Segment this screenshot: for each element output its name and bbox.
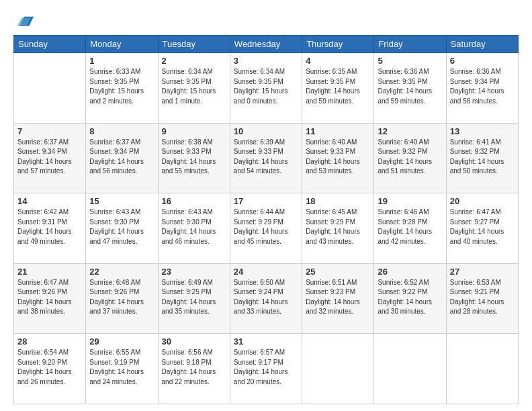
day-number: 1 (89, 56, 154, 66)
week-row-2: 14Sunrise: 6:42 AM Sunset: 9:31 PM Dayli… (14, 193, 519, 264)
calendar-cell: 10Sunrise: 6:39 AM Sunset: 9:33 PM Dayli… (230, 123, 302, 193)
day-info: Sunrise: 6:47 AM Sunset: 9:27 PM Dayligh… (450, 208, 515, 246)
day-info: Sunrise: 6:45 AM Sunset: 9:29 PM Dayligh… (306, 208, 370, 246)
col-header-wednesday: Wednesday (230, 36, 302, 53)
day-info: Sunrise: 6:40 AM Sunset: 9:33 PM Dayligh… (306, 138, 370, 177)
day-info: Sunrise: 6:50 AM Sunset: 9:24 PM Dayligh… (234, 278, 298, 317)
day-number: 13 (450, 126, 515, 136)
col-header-sunday: Sunday (14, 36, 86, 53)
day-number: 11 (306, 126, 370, 136)
calendar-cell: 9Sunrise: 6:38 AM Sunset: 9:33 PM Daylig… (158, 123, 230, 193)
day-info: Sunrise: 6:41 AM Sunset: 9:32 PM Dayligh… (450, 138, 515, 177)
calendar-cell: 22Sunrise: 6:48 AM Sunset: 9:26 PM Dayli… (86, 263, 158, 334)
day-number: 17 (234, 196, 298, 206)
calendar-cell: 14Sunrise: 6:42 AM Sunset: 9:31 PM Dayli… (14, 193, 86, 264)
calendar-cell: 3Sunrise: 6:34 AM Sunset: 9:35 PM Daylig… (230, 53, 302, 124)
day-info: Sunrise: 6:35 AM Sunset: 9:35 PM Dayligh… (306, 67, 370, 106)
day-info: Sunrise: 6:34 AM Sunset: 9:35 PM Dayligh… (162, 67, 226, 106)
week-row-1: 7Sunrise: 6:37 AM Sunset: 9:34 PM Daylig… (14, 123, 519, 193)
day-info: Sunrise: 6:39 AM Sunset: 9:33 PM Dayligh… (234, 138, 298, 177)
calendar-cell: 7Sunrise: 6:37 AM Sunset: 9:34 PM Daylig… (14, 123, 86, 193)
day-number: 21 (17, 267, 82, 277)
day-number: 28 (17, 336, 82, 347)
calendar-cell: 19Sunrise: 6:46 AM Sunset: 9:28 PM Dayli… (374, 193, 446, 264)
day-number: 2 (162, 56, 226, 66)
day-info: Sunrise: 6:47 AM Sunset: 9:26 PM Dayligh… (17, 278, 82, 317)
day-number: 9 (162, 126, 226, 136)
day-info: Sunrise: 6:57 AM Sunset: 9:17 PM Dayligh… (234, 348, 298, 387)
day-info: Sunrise: 6:54 AM Sunset: 9:20 PM Dayligh… (17, 348, 82, 387)
day-info: Sunrise: 6:42 AM Sunset: 9:31 PM Dayligh… (17, 208, 82, 246)
page: SundayMondayTuesdayWednesdayThursdayFrid… (0, 0, 532, 411)
calendar-cell: 4Sunrise: 6:35 AM Sunset: 9:35 PM Daylig… (302, 53, 374, 124)
calendar-cell: 31Sunrise: 6:57 AM Sunset: 9:17 PM Dayli… (230, 334, 302, 404)
calendar-cell: 6Sunrise: 6:36 AM Sunset: 9:34 PM Daylig… (446, 53, 518, 124)
day-number: 12 (378, 126, 442, 136)
day-info: Sunrise: 6:38 AM Sunset: 9:33 PM Dayligh… (162, 138, 226, 177)
day-number: 30 (162, 336, 226, 347)
day-info: Sunrise: 6:37 AM Sunset: 9:34 PM Dayligh… (17, 138, 82, 177)
day-number: 19 (378, 196, 442, 206)
calendar-cell: 15Sunrise: 6:43 AM Sunset: 9:30 PM Dayli… (86, 193, 158, 264)
calendar-cell: 16Sunrise: 6:43 AM Sunset: 9:30 PM Dayli… (158, 193, 230, 264)
day-number: 5 (378, 56, 442, 66)
week-row-0: 1Sunrise: 6:33 AM Sunset: 9:35 PM Daylig… (14, 53, 519, 124)
day-number: 29 (89, 336, 154, 347)
calendar-table: SundayMondayTuesdayWednesdayThursdayFrid… (13, 35, 519, 404)
calendar-cell: 17Sunrise: 6:44 AM Sunset: 9:29 PM Dayli… (230, 193, 302, 264)
day-number: 22 (89, 267, 154, 277)
day-number: 23 (162, 267, 226, 277)
calendar-cell: 24Sunrise: 6:50 AM Sunset: 9:24 PM Dayli… (230, 263, 302, 334)
col-header-monday: Monday (86, 36, 158, 53)
calendar-cell: 12Sunrise: 6:40 AM Sunset: 9:32 PM Dayli… (374, 123, 446, 193)
day-info: Sunrise: 6:55 AM Sunset: 9:19 PM Dayligh… (89, 348, 154, 387)
calendar-cell: 1Sunrise: 6:33 AM Sunset: 9:35 PM Daylig… (86, 53, 158, 124)
col-header-thursday: Thursday (302, 36, 374, 53)
logo (13, 11, 34, 30)
calendar-cell: 27Sunrise: 6:53 AM Sunset: 9:21 PM Dayli… (446, 263, 518, 334)
day-number: 10 (234, 126, 298, 136)
calendar-cell: 23Sunrise: 6:49 AM Sunset: 9:25 PM Dayli… (158, 263, 230, 334)
day-number: 16 (162, 196, 226, 206)
day-info: Sunrise: 6:43 AM Sunset: 9:30 PM Dayligh… (162, 208, 226, 246)
week-row-3: 21Sunrise: 6:47 AM Sunset: 9:26 PM Dayli… (14, 263, 519, 334)
calendar-cell: 25Sunrise: 6:51 AM Sunset: 9:23 PM Dayli… (302, 263, 374, 334)
calendar-cell: 5Sunrise: 6:36 AM Sunset: 9:35 PM Daylig… (374, 53, 446, 124)
day-info: Sunrise: 6:37 AM Sunset: 9:34 PM Dayligh… (89, 138, 154, 177)
day-number: 6 (450, 56, 515, 66)
header (13, 11, 519, 30)
day-number: 18 (306, 196, 370, 206)
calendar-cell: 21Sunrise: 6:47 AM Sunset: 9:26 PM Dayli… (14, 263, 86, 334)
day-number: 24 (234, 267, 298, 277)
calendar-cell (446, 334, 518, 404)
day-info: Sunrise: 6:49 AM Sunset: 9:25 PM Dayligh… (162, 278, 226, 317)
day-info: Sunrise: 6:40 AM Sunset: 9:32 PM Dayligh… (378, 138, 442, 177)
day-number: 14 (17, 196, 82, 206)
col-header-saturday: Saturday (446, 36, 518, 53)
day-number: 3 (234, 56, 298, 66)
calendar-cell: 20Sunrise: 6:47 AM Sunset: 9:27 PM Dayli… (446, 193, 518, 264)
calendar-cell: 8Sunrise: 6:37 AM Sunset: 9:34 PM Daylig… (86, 123, 158, 193)
calendar-cell: 30Sunrise: 6:56 AM Sunset: 9:18 PM Dayli… (158, 334, 230, 404)
calendar-cell (374, 334, 446, 404)
day-info: Sunrise: 6:52 AM Sunset: 9:22 PM Dayligh… (378, 278, 442, 317)
day-number: 31 (234, 336, 298, 347)
day-info: Sunrise: 6:33 AM Sunset: 9:35 PM Dayligh… (89, 67, 154, 106)
day-number: 15 (89, 196, 154, 206)
day-number: 4 (306, 56, 370, 66)
calendar-cell: 29Sunrise: 6:55 AM Sunset: 9:19 PM Dayli… (86, 334, 158, 404)
day-info: Sunrise: 6:36 AM Sunset: 9:34 PM Dayligh… (450, 67, 515, 106)
day-info: Sunrise: 6:48 AM Sunset: 9:26 PM Dayligh… (89, 278, 154, 317)
calendar-cell: 11Sunrise: 6:40 AM Sunset: 9:33 PM Dayli… (302, 123, 374, 193)
calendar-cell: 18Sunrise: 6:45 AM Sunset: 9:29 PM Dayli… (302, 193, 374, 264)
day-info: Sunrise: 6:44 AM Sunset: 9:29 PM Dayligh… (234, 208, 298, 246)
day-info: Sunrise: 6:34 AM Sunset: 9:35 PM Dayligh… (234, 67, 298, 106)
calendar-cell: 2Sunrise: 6:34 AM Sunset: 9:35 PM Daylig… (158, 53, 230, 124)
day-number: 8 (89, 126, 154, 136)
calendar-cell: 13Sunrise: 6:41 AM Sunset: 9:32 PM Dayli… (446, 123, 518, 193)
day-info: Sunrise: 6:46 AM Sunset: 9:28 PM Dayligh… (378, 208, 442, 246)
day-number: 26 (378, 267, 442, 277)
calendar-cell (302, 334, 374, 404)
calendar-cell (14, 53, 86, 124)
day-info: Sunrise: 6:43 AM Sunset: 9:30 PM Dayligh… (89, 208, 154, 246)
